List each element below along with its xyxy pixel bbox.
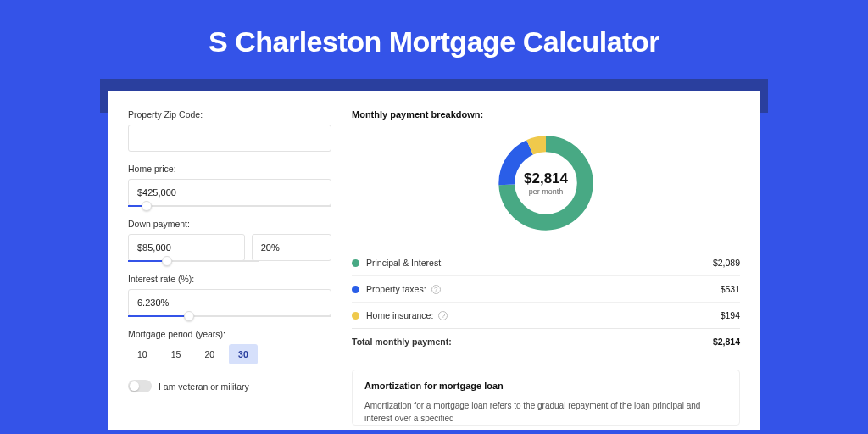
price-field-group: Home price: [128, 164, 331, 207]
legend-dot [352, 312, 359, 320]
down-field-group: Down payment: [128, 219, 331, 262]
rate-slider-thumb[interactable] [184, 311, 194, 321]
period-button-15[interactable]: 15 [162, 344, 191, 364]
veteran-row: I am veteran or military [128, 380, 331, 392]
rate-label: Interest rate (%): [128, 274, 331, 284]
price-input[interactable] [128, 179, 331, 206]
veteran-label: I am veteran or military [159, 381, 249, 392]
payment-donut-chart: $2,814 per month [494, 131, 598, 235]
breakdown-label: Property taxes: [366, 284, 426, 294]
breakdown-value: $2,089 [713, 258, 740, 268]
toggle-knob [130, 381, 139, 391]
legend-dot [352, 286, 359, 293]
form-column: Property Zip Code: Home price: Down paym… [128, 109, 331, 430]
total-value: $2,814 [713, 337, 740, 347]
legend-dot [352, 259, 359, 267]
veteran-toggle[interactable] [128, 380, 152, 392]
breakdown-title: Monthly payment breakdown: [352, 109, 740, 120]
breakdown-row: Property taxes:?$531 [352, 275, 740, 302]
down-slider-thumb[interactable] [162, 256, 172, 266]
period-buttons: 10152030 [128, 344, 331, 364]
breakdown-label: Principal & Interest: [366, 258, 443, 268]
breakdown-total-row: Total monthly payment: $2,814 [352, 328, 740, 354]
breakdown-label: Home insurance: [366, 310, 433, 320]
period-button-20[interactable]: 20 [195, 344, 224, 364]
rate-slider[interactable] [128, 315, 331, 317]
donut-sub: per month [529, 187, 564, 196]
donut-container: $2,814 per month [352, 131, 740, 235]
price-slider[interactable] [128, 205, 331, 207]
donut-amount: $2,814 [524, 170, 568, 187]
period-button-30[interactable]: 30 [229, 344, 258, 364]
rate-field-group: Interest rate (%): [128, 274, 331, 317]
calculator-panel: Property Zip Code: Home price: Down paym… [108, 91, 760, 430]
breakdown-row: Principal & Interest:$2,089 [352, 250, 740, 275]
breakdown-value: $531 [721, 284, 740, 294]
amortization-title: Amortization for mortgage loan [364, 381, 727, 391]
zip-field-group: Property Zip Code: [128, 109, 331, 152]
amortization-body: Amortization for a mortgage loan refers … [364, 399, 727, 425]
price-slider-thumb[interactable] [142, 201, 152, 211]
period-button-10[interactable]: 10 [128, 344, 157, 364]
zip-input[interactable] [128, 125, 331, 152]
price-label: Home price: [128, 164, 331, 174]
donut-center: $2,814 per month [494, 131, 598, 235]
down-amount-input[interactable] [128, 234, 245, 261]
period-field-group: Mortgage period (years): 10152030 [128, 329, 331, 364]
page-title: S Charleston Mortgage Calculator [0, 0, 868, 79]
total-label: Total monthly payment: [352, 337, 452, 347]
down-label: Down payment: [128, 219, 331, 229]
rate-input[interactable] [128, 289, 331, 316]
zip-label: Property Zip Code: [128, 109, 331, 120]
down-percent-input[interactable] [252, 234, 331, 261]
help-icon[interactable]: ? [438, 311, 448, 320]
breakdown-list: Principal & Interest:$2,089Property taxe… [352, 250, 740, 328]
breakdown-value: $194 [721, 310, 740, 320]
period-label: Mortgage period (years): [128, 329, 331, 339]
help-icon[interactable]: ? [431, 285, 441, 294]
breakdown-column: Monthly payment breakdown: $2,814 per mo… [352, 109, 740, 430]
down-slider[interactable] [128, 260, 259, 262]
amortization-card: Amortization for mortgage loan Amortizat… [352, 370, 740, 426]
breakdown-row: Home insurance:?$194 [352, 302, 740, 328]
